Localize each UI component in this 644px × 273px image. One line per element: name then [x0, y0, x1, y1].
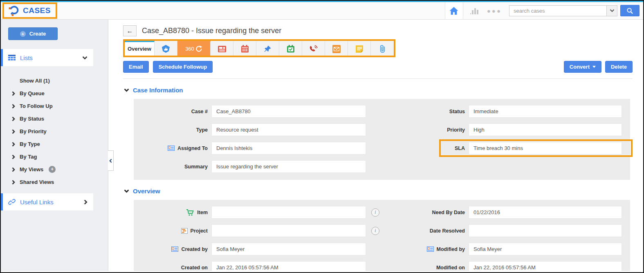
search-area [509, 5, 640, 16]
section-overview[interactable]: Overview [124, 188, 633, 195]
sidebar-item-lists[interactable]: Lists [1, 49, 93, 66]
tab-attachments[interactable] [371, 41, 394, 56]
email-button[interactable]: Email [123, 61, 149, 73]
convert-button[interactable]: Convert [564, 61, 601, 73]
priority-field[interactable]: High [469, 123, 622, 136]
paperclip-icon [379, 45, 386, 53]
tab-calls[interactable] [302, 41, 325, 56]
created-on-field[interactable]: Jan 22, 2016 05:57:56 AM [211, 261, 366, 271]
bar-chart-icon [470, 7, 480, 15]
tab-email[interactable] [325, 41, 348, 56]
field-summary: Summary Issue regarding the server [134, 160, 382, 173]
date-resolved-field[interactable] [469, 224, 622, 237]
field-assigned-to: Assigned To Dennis Ishtekis [134, 142, 382, 154]
tab-calendar[interactable] [233, 41, 256, 56]
sidebar-item-my-views[interactable]: My Views + [1, 163, 108, 176]
tab-overview[interactable]: Overview [125, 41, 155, 56]
item-field[interactable] [211, 206, 366, 219]
home-button[interactable] [445, 2, 463, 19]
field-type: Type Resource request [134, 123, 382, 136]
chevron-down-icon [610, 9, 615, 12]
sidebar-item-useful-links[interactable]: Useful Links [1, 193, 93, 210]
top-bar: CASES ●●● [1, 1, 643, 20]
sidebar: + Create Lists Show All (1) [1, 20, 108, 271]
modified-by-field[interactable]: Sofia Meyer [469, 243, 622, 255]
chevron-down-icon [82, 56, 88, 60]
thumbs-up-badge-icon [161, 45, 171, 53]
page-title: Case_AB8780 - Issue regarding the server [142, 27, 281, 35]
search-input[interactable] [509, 5, 606, 16]
caret-down-icon [592, 66, 596, 69]
home-icon [449, 7, 459, 15]
search-scope-dropdown[interactable] [606, 5, 617, 16]
chevron-right-icon [84, 199, 88, 205]
case-number-field[interactable]: Case_AB8780 [211, 105, 366, 118]
field-case-number: Case # Case_AB8780 [134, 105, 382, 118]
calendar-icon [241, 45, 249, 53]
section-case-information[interactable]: Case Information [124, 87, 633, 94]
need-by-date-field[interactable]: 01/22/2016 [469, 206, 622, 219]
sidebar-item-shared-views[interactable]: Shared Views [1, 176, 108, 188]
app-logo[interactable]: CASES [2, 2, 57, 19]
field-need-by-date: Need By Date 01/22/2016 [382, 206, 630, 219]
create-button[interactable]: + Create [8, 27, 58, 40]
envelope-icon [332, 45, 341, 53]
project-field[interactable] [211, 224, 366, 237]
pushpin-icon [264, 45, 272, 53]
type-field[interactable]: Resource request [211, 123, 366, 136]
plus-icon: + [20, 31, 26, 37]
modified-on-field[interactable]: Jan 22, 2016 05:57:56 AM [469, 261, 622, 271]
tab-tasks[interactable] [279, 41, 302, 56]
sidebar-item-by-priority[interactable]: By Priority [1, 125, 108, 138]
annotation-tabs-highlight: Overview 360 [123, 39, 395, 57]
chevron-right-icon [12, 142, 15, 147]
field-project: Project i [134, 224, 382, 237]
chevron-right-icon [12, 91, 15, 96]
field-date-resolved: Date Resolved [382, 224, 630, 237]
more-options-button[interactable]: ●●● [487, 7, 502, 14]
sidebar-item-by-type[interactable]: By Type [1, 138, 108, 150]
created-by-field[interactable]: Sofia Meyer [211, 243, 366, 255]
reports-button[interactable] [470, 7, 480, 15]
back-button[interactable]: ← [123, 25, 137, 36]
tab-notes[interactable] [348, 41, 371, 56]
overview-panel: Item i [134, 200, 630, 271]
search-button[interactable] [620, 5, 640, 16]
status-field[interactable]: Immediate [469, 105, 622, 118]
main-content: ← Case_AB8780 - Issue regarding the serv… [108, 20, 643, 271]
field-priority: Priority High [382, 123, 630, 136]
link-icon [8, 199, 16, 205]
search-icon [626, 7, 633, 14]
sidebar-item-by-queue[interactable]: By Queue [1, 87, 108, 100]
tab-badge[interactable] [155, 41, 177, 56]
back-arrow-icon: ← [127, 27, 133, 35]
chevron-right-icon [12, 167, 15, 172]
divider [123, 78, 633, 79]
assigned-to-field[interactable]: Dennis Ishtekis [211, 142, 366, 154]
chevron-right-icon [12, 180, 15, 185]
delete-button[interactable]: Delete [605, 61, 633, 73]
tab-bar: Overview 360 [125, 41, 394, 56]
chevron-right-icon [12, 104, 15, 109]
summary-field[interactable]: Issue regarding the server [211, 160, 366, 173]
case-information-panel: Case # Case_AB8780 Type Resource request [134, 99, 630, 180]
schedule-followup-button[interactable]: Schedule Followup [153, 61, 213, 73]
brand-title: CASES [23, 6, 51, 15]
tab-360-view[interactable]: 360 [177, 41, 211, 56]
tab-reports[interactable] [211, 41, 233, 56]
cart-icon [186, 209, 194, 216]
info-icon[interactable]: i [371, 208, 379, 217]
tab-pin[interactable] [256, 41, 279, 56]
add-view-button[interactable]: + [49, 166, 56, 173]
sidebar-collapse-handle[interactable] [108, 150, 114, 171]
lists-label: Lists [20, 54, 33, 61]
useful-links-label: Useful Links [20, 199, 54, 206]
sidebar-item-by-status[interactable]: By Status [1, 112, 108, 125]
sidebar-item-show-all[interactable]: Show All (1) [1, 74, 108, 87]
sidebar-item-to-follow-up[interactable]: To Follow Up [1, 100, 108, 112]
info-icon[interactable]: i [371, 227, 379, 235]
sla-field[interactable]: Time breach 30 mins [469, 142, 622, 154]
sticky-note-icon [356, 45, 363, 53]
field-modified-on: Modified on Jan 22, 2016 05:57:56 AM [382, 261, 630, 271]
sidebar-item-by-tag[interactable]: By Tag [1, 150, 108, 163]
